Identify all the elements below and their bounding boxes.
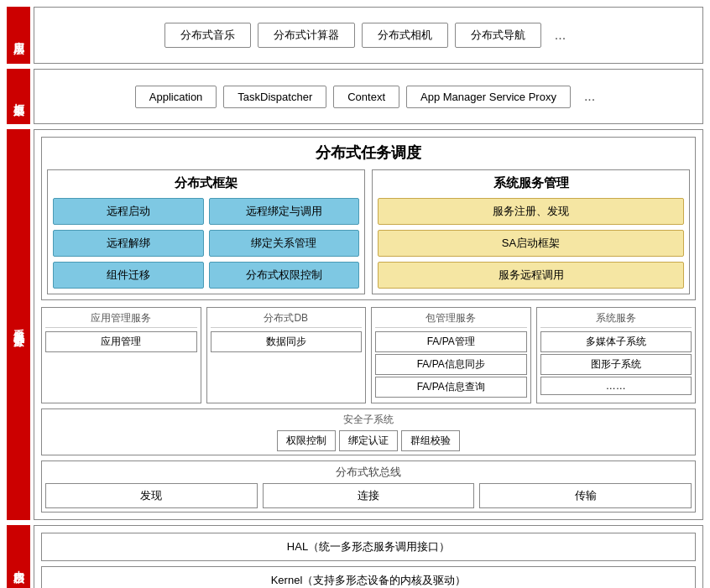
security-item-0: 权限控制 bbox=[277, 430, 336, 451]
kernel-layer-row: 内核层 HAL（统一多形态服务调用接口） Kernel（支持多形态设备的内核及驱… bbox=[7, 525, 703, 588]
pkg-mgmt-item-2: FA/PA信息查询 bbox=[375, 377, 527, 398]
sys-mgmt-btn-0: 服务注册、发现 bbox=[378, 198, 684, 225]
app-item-ellipsis: ... bbox=[548, 23, 572, 47]
dist-fw-title: 分布式框架 bbox=[53, 175, 359, 191]
fw-item-2: Context bbox=[333, 86, 399, 108]
dist-framework-box: 分布式框架 远程启动 远程绑定与调用 远程解绑 绑定关系管理 组件迁移 分布式权… bbox=[47, 169, 365, 294]
dist-fw-btn-3: 绑定关系管理 bbox=[209, 230, 360, 257]
fw-layer-label: 框架层 bbox=[7, 69, 30, 124]
sys-mgmt-btn-2: 服务远程调用 bbox=[378, 262, 684, 289]
security-box: 安全子系统 权限控制 绑定认证 群组校验 bbox=[41, 408, 696, 455]
app-item-3: 分布式导航 bbox=[455, 23, 541, 48]
dist-task-title: 分布式任务调度 bbox=[47, 143, 690, 163]
fw-layer-content: Application TaskDispatcher Context App M… bbox=[34, 69, 703, 124]
fw-item-ellipsis: ... bbox=[577, 85, 602, 108]
fw-layer-row: 框架层 Application TaskDispatcher Context A… bbox=[7, 69, 703, 124]
app-layer-label: 应用层 bbox=[7, 7, 30, 64]
pkg-mgmt-item-1: FA/PA信息同步 bbox=[375, 354, 527, 375]
dist-fw-btn-2: 远程解绑 bbox=[53, 230, 204, 257]
security-item-2: 群组校验 bbox=[401, 430, 460, 451]
sys-service-item-1: 图形子系统 bbox=[540, 354, 692, 375]
bus-item-0: 发现 bbox=[45, 483, 258, 508]
app-layer-row: 应用层 分布式音乐 分布式计算器 分布式相机 分布式导航 ... bbox=[7, 7, 703, 64]
sys-mgmt-title: 系统服务管理 bbox=[378, 175, 684, 191]
app-layer-content: 分布式音乐 分布式计算器 分布式相机 分布式导航 ... bbox=[34, 7, 703, 64]
diagram-container: 应用层 分布式音乐 分布式计算器 分布式相机 分布式导航 ... 框架层 App… bbox=[0, 0, 710, 588]
kernel-item-0: HAL（统一多形态服务调用接口） bbox=[41, 533, 696, 561]
sys-service-box: 系统服务 多媒体子系统 图形子系统 …… bbox=[536, 307, 697, 403]
sys-mgmt-box: 系统服务管理 服务注册、发现 SA启动框架 服务远程调用 bbox=[372, 169, 690, 294]
sys-service-item-0: 多媒体子系统 bbox=[540, 331, 692, 352]
dist-bus-title: 分布式软总线 bbox=[45, 465, 692, 480]
pkg-mgmt-title: 包管理服务 bbox=[375, 311, 527, 328]
security-items-row: 权限控制 绑定认证 群组校验 bbox=[45, 430, 692, 451]
dist-db-box: 分布式DB 数据同步 bbox=[206, 307, 367, 403]
dist-bus-items: 发现 连接 传输 bbox=[45, 483, 692, 508]
dist-fw-btn-0: 远程启动 bbox=[53, 198, 204, 225]
fw-item-3: App Manager Service Proxy bbox=[406, 86, 571, 108]
app-item-2: 分布式相机 bbox=[362, 23, 448, 48]
sys-layer-label: 系统服务务层 bbox=[7, 129, 30, 520]
kernel-item-1: Kernel（支持多形态设备的内核及驱动） bbox=[41, 566, 696, 588]
app-item-0: 分布式音乐 bbox=[164, 23, 251, 48]
dist-db-item: 数据同步 bbox=[211, 331, 363, 352]
app-items-container: 分布式音乐 分布式计算器 分布式相机 分布式导航 ... bbox=[41, 14, 696, 56]
sys-mgmt-items: 服务注册、发现 SA启动框架 服务远程调用 bbox=[378, 198, 684, 289]
security-row: 安全子系统 权限控制 绑定认证 群组校验 bbox=[41, 408, 696, 455]
sys-layer-row: 系统服务务层 分布式任务调度 分布式框架 远程启动 远程绑定与调用 远程解绑 绑… bbox=[7, 129, 703, 520]
fw-items-container: Application TaskDispatcher Context App M… bbox=[41, 76, 696, 117]
app-mgmt-box: 应用管理服务 应用管理 bbox=[41, 307, 201, 403]
dist-bus-box: 分布式软总线 发现 连接 传输 bbox=[41, 461, 696, 513]
dist-fw-btn-4: 组件迁移 bbox=[53, 262, 204, 289]
sys-mgmt-btn-1: SA启动框架 bbox=[378, 230, 684, 257]
dist-db-title: 分布式DB bbox=[211, 311, 363, 328]
dist-inner: 分布式框架 远程启动 远程绑定与调用 远程解绑 绑定关系管理 组件迁移 分布式权… bbox=[47, 169, 690, 294]
bus-item-2: 传输 bbox=[479, 483, 692, 508]
app-mgmt-title: 应用管理服务 bbox=[45, 311, 197, 328]
security-title: 安全子系统 bbox=[45, 413, 692, 427]
bus-item-1: 连接 bbox=[263, 483, 475, 508]
dist-task-box: 分布式任务调度 分布式框架 远程启动 远程绑定与调用 远程解绑 绑定关系管理 组… bbox=[41, 137, 696, 300]
app-mgmt-item: 应用管理 bbox=[45, 331, 197, 352]
mid-row: 应用管理服务 应用管理 分布式DB 数据同步 包管理服务 FA/PA管理 FA/… bbox=[41, 307, 696, 403]
kernel-layer-content: HAL（统一多形态服务调用接口） Kernel（支持多形态设备的内核及驱动） bbox=[34, 525, 703, 588]
fw-item-0: Application bbox=[135, 86, 217, 108]
pkg-mgmt-item-0: FA/PA管理 bbox=[375, 331, 527, 352]
fw-item-1: TaskDispatcher bbox=[223, 86, 326, 108]
sys-service-title: 系统服务 bbox=[540, 311, 692, 328]
sys-layer-content: 分布式任务调度 分布式框架 远程启动 远程绑定与调用 远程解绑 绑定关系管理 组… bbox=[34, 129, 703, 520]
dist-fw-grid: 远程启动 远程绑定与调用 远程解绑 绑定关系管理 组件迁移 分布式权限控制 bbox=[53, 198, 359, 289]
app-item-1: 分布式计算器 bbox=[258, 23, 355, 48]
dist-fw-btn-1: 远程绑定与调用 bbox=[209, 198, 360, 225]
kernel-layer-label: 内核层 bbox=[7, 525, 30, 588]
sys-service-item-2: …… bbox=[540, 377, 692, 395]
dist-fw-btn-5: 分布式权限控制 bbox=[209, 262, 360, 289]
pkg-mgmt-box: 包管理服务 FA/PA管理 FA/PA信息同步 FA/PA信息查询 bbox=[371, 307, 531, 403]
security-item-1: 绑定认证 bbox=[339, 430, 398, 451]
